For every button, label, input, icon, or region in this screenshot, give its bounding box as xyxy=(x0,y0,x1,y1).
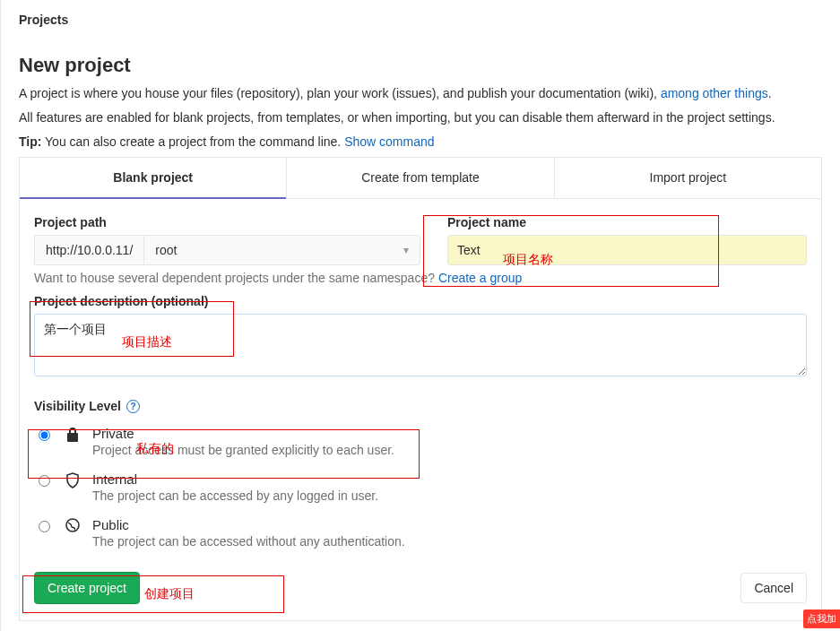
project-path-label: Project path xyxy=(34,215,420,229)
project-type-tabs: Blank project Create from template Impor… xyxy=(19,157,822,199)
shield-icon xyxy=(64,472,82,488)
namespace-helper: Want to house several dependent projects… xyxy=(34,271,807,285)
tip-text: You can also create a project from the c… xyxy=(41,134,344,149)
project-name-label: Project name xyxy=(447,215,807,229)
tab-import-project[interactable]: Import project xyxy=(554,158,821,199)
visibility-internal-title: Internal xyxy=(92,471,378,487)
create-group-link[interactable]: Create a group xyxy=(438,271,522,285)
visibility-public-desc: The project can be accessed without any … xyxy=(92,534,405,549)
project-description-input[interactable] xyxy=(34,314,807,376)
corner-badge[interactable]: 点我加 xyxy=(803,609,840,628)
namespace-value: root xyxy=(155,243,177,257)
project-description-label: Project description (optional) xyxy=(34,294,807,308)
helper-text: Want to house several dependent projects… xyxy=(34,271,438,285)
intro-suffix: . xyxy=(768,86,772,100)
visibility-internal-desc: The project can be accessed by any logge… xyxy=(92,488,378,503)
blank-project-panel: Project path http://10.0.0.11/ root ▾ Pr… xyxy=(19,199,822,621)
intro-line-2: All features are enabled for blank proje… xyxy=(19,108,822,127)
visibility-public-title: Public xyxy=(92,517,405,532)
page-title: New project xyxy=(19,54,822,77)
cancel-button[interactable]: Cancel xyxy=(740,573,807,603)
tip-label: Tip: xyxy=(19,134,41,149)
visibility-radio-internal[interactable] xyxy=(39,475,50,487)
lock-icon xyxy=(64,427,82,443)
visibility-radio-private[interactable] xyxy=(39,429,50,441)
svg-point-0 xyxy=(66,519,79,532)
tab-create-from-template[interactable]: Create from template xyxy=(286,158,553,199)
visibility-private-desc: Project access must be granted explicitl… xyxy=(92,443,394,457)
visibility-option-private[interactable]: Private Project access must be granted e… xyxy=(34,422,807,468)
breadcrumb: Projects xyxy=(1,0,840,38)
among-other-things-link[interactable]: among other things xyxy=(661,86,768,100)
globe-icon xyxy=(64,518,82,532)
intro-text: A project is where you house your files … xyxy=(19,86,661,100)
visibility-private-title: Private xyxy=(92,426,394,441)
visibility-radio-public[interactable] xyxy=(39,521,50,532)
intro-line-1: A project is where you house your files … xyxy=(19,84,822,103)
visibility-level-label: Visibility Level xyxy=(34,399,121,413)
tip-line: Tip: You can also create a project from … xyxy=(19,133,822,151)
project-path-prefix: http://10.0.0.11/ xyxy=(34,235,143,265)
chevron-down-icon: ▾ xyxy=(403,244,409,256)
visibility-option-public[interactable]: Public The project can be accessed witho… xyxy=(34,514,807,559)
namespace-select[interactable]: root ▾ xyxy=(143,235,420,265)
show-command-link[interactable]: Show command xyxy=(344,134,434,149)
project-name-input[interactable] xyxy=(447,235,807,265)
visibility-option-internal[interactable]: Internal The project can be accessed by … xyxy=(34,468,807,514)
tab-blank-project[interactable]: Blank project xyxy=(20,158,286,199)
create-project-button[interactable]: Create project xyxy=(34,572,140,604)
help-icon[interactable]: ? xyxy=(126,400,140,413)
